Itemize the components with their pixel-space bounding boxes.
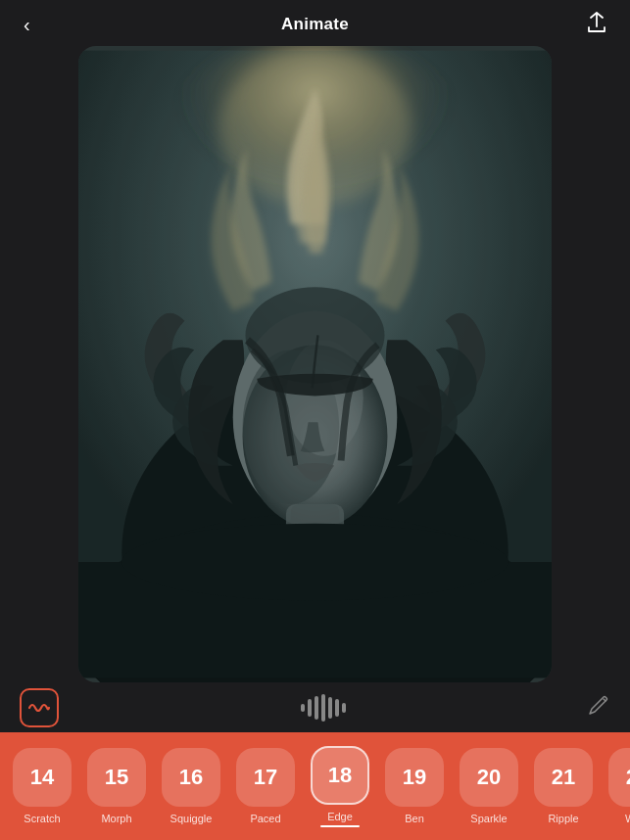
- frame-label: Squiggle: [170, 813, 213, 824]
- frame-bubble: 16: [162, 748, 220, 807]
- frame-bubble: 20: [460, 748, 518, 807]
- frame-label: Sparkle: [470, 813, 507, 824]
- frame-bubble: 14: [13, 748, 72, 807]
- frame-item[interactable]: 19Ben: [380, 748, 449, 824]
- frame-label: Scratch: [24, 813, 60, 824]
- waveform-bar: [342, 703, 346, 713]
- waveform-bar: [301, 704, 305, 712]
- waveform-indicator: [301, 694, 346, 722]
- frames-scroll: 14Scratch15Morph16Squiggle17Paced18Edge1…: [0, 746, 630, 827]
- frame-bubble: 18: [311, 746, 369, 805]
- frame-label: Warp: [625, 813, 630, 824]
- frame-active-indicator: [320, 825, 360, 827]
- frame-label: Ripple: [548, 813, 578, 824]
- frame-bubble: 21: [534, 748, 593, 807]
- frame-bubble: 17: [236, 748, 295, 807]
- svg-rect-14: [78, 50, 552, 677]
- animate-tool-button[interactable]: [20, 688, 59, 727]
- frame-item[interactable]: 22Warp: [604, 748, 630, 824]
- bottom-toolbar: [0, 683, 630, 732]
- header: ‹ Animate: [0, 0, 630, 49]
- canvas-area: [78, 44, 552, 683]
- frame-bubble: 15: [87, 748, 146, 807]
- frame-label: Morph: [101, 813, 131, 824]
- pen-tool-button[interactable]: [587, 694, 610, 722]
- waveform-bar: [328, 697, 332, 719]
- frame-item[interactable]: 20Sparkle: [455, 748, 523, 824]
- frame-label: Edge: [327, 811, 353, 822]
- waveform-bar: [335, 699, 339, 717]
- frame-item[interactable]: 21Ripple: [529, 748, 598, 824]
- frame-item[interactable]: 15Morph: [82, 748, 151, 824]
- animation-strip: 14Scratch15Morph16Squiggle17Paced18Edge1…: [0, 732, 630, 840]
- share-button[interactable]: [579, 8, 614, 42]
- artwork-container: [78, 46, 552, 682]
- frame-label: Paced: [250, 813, 280, 824]
- frame-label: Ben: [405, 813, 424, 824]
- frame-item[interactable]: 17Paced: [231, 748, 300, 824]
- frame-item[interactable]: 14Scratch: [8, 748, 76, 824]
- waveform-bar: [308, 699, 312, 717]
- back-button[interactable]: ‹: [16, 10, 38, 40]
- waveform-bar: [321, 694, 325, 722]
- waveform-bar: [315, 696, 318, 720]
- frame-bubble: 22: [608, 748, 630, 807]
- frame-item[interactable]: 16Squiggle: [157, 748, 225, 824]
- frame-item[interactable]: 18Edge: [306, 746, 374, 827]
- header-title: Animate: [281, 15, 349, 34]
- frame-bubble: 19: [385, 748, 444, 807]
